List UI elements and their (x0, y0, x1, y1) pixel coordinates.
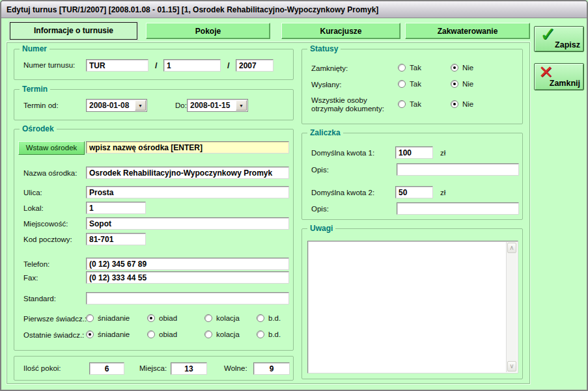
group-zaliczka-legend: Zaliczka (307, 128, 343, 137)
scroll-up-icon[interactable]: ∧ (507, 243, 516, 253)
tab-informacje-o-turnusie[interactable]: Informacje o turnusie (10, 22, 137, 40)
kwota1-label: Domyślna kwota 1: (311, 149, 374, 157)
numer-prefix-input[interactable] (86, 59, 148, 72)
miejscowosc-label: Miejscowość: (23, 220, 68, 228)
uwagi-scrollbar[interactable]: ∧ ∨ (506, 242, 517, 372)
radio-icon[interactable] (147, 330, 155, 338)
kwota2-label: Domyślna kwota 2: (311, 189, 374, 196)
group-statusy-legend: Statusy (307, 44, 341, 53)
opis2-input[interactable] (397, 202, 519, 215)
radio-icon[interactable] (451, 64, 458, 72)
radio-icon[interactable] (86, 330, 94, 338)
check-icon: ✓ (540, 23, 556, 46)
radio-label: śniadanie (98, 330, 130, 338)
termin-do-dropdown[interactable]: 2008-01-15 ▼ (187, 99, 248, 112)
standard-label: Standard: (23, 295, 56, 303)
radio-icon[interactable] (257, 330, 264, 338)
radio-label: obiad (159, 330, 177, 338)
radio-label: kolacja (216, 314, 240, 322)
radio-icon[interactable] (451, 100, 458, 108)
numer-number-input[interactable] (163, 59, 221, 72)
radio-label: b.d. (268, 314, 281, 322)
uwagi-textarea[interactable]: ∧ ∨ (307, 241, 518, 373)
radio-icon[interactable] (257, 314, 264, 322)
radio-label: obiad (159, 314, 177, 322)
radio-icon[interactable] (398, 100, 406, 108)
radio-icon[interactable] (398, 80, 406, 88)
ulica-label: Ulica: (23, 189, 42, 196)
tab-label: Pokoje (195, 27, 221, 36)
numer-separator-1: / (155, 61, 158, 70)
radio-icon[interactable] (204, 330, 212, 338)
wstaw-osrodek-button[interactable]: Wstaw ośrodek (18, 141, 85, 155)
tab-kuracjusze[interactable]: Kuracjusze (281, 23, 400, 39)
kod-pocztowy-input[interactable] (86, 233, 146, 245)
close-button[interactable]: ✕ Zamknij (534, 63, 584, 90)
window-titlebar[interactable]: Edytuj turnus [TUR/1/2007] [2008.01.08 -… (1, 1, 587, 18)
opis1-input[interactable] (397, 163, 519, 176)
radio-icon[interactable] (204, 314, 212, 322)
nazwa-osrodka-label: Nazwa ośrodka: (23, 169, 77, 177)
tab-zakwaterowanie[interactable]: Zakwaterowanie (405, 23, 530, 39)
radio-icon[interactable] (451, 80, 458, 88)
kwota2-input[interactable] (395, 186, 433, 198)
group-numer-legend: Numer (20, 44, 49, 53)
termin-od-label: Termin od: (23, 101, 59, 109)
radio-label: Tak (410, 100, 421, 108)
numer-separator-2: / (227, 61, 230, 70)
wszystkie-osoby-label: Wszystkie osoby otrzymały dokumenty: (311, 96, 393, 113)
save-button-label: Zapisz (555, 40, 580, 49)
telefon-input[interactable] (86, 258, 289, 270)
kwota2-currency: zł (440, 189, 445, 196)
save-button[interactable]: ✓ Zapisz (534, 26, 584, 52)
radio-label: kolacja (216, 330, 240, 338)
window-title: Edytuj turnus [TUR/1/2007] [2008.01.08 -… (7, 5, 378, 14)
group-zaliczka: Zaliczka Domyślna kwota 1: zł Opis: Domy… (301, 133, 523, 220)
group-termin: Termin Termin od: 2008-01-08 ▼ Do: 2008-… (14, 89, 294, 120)
radio-icon[interactable] (147, 314, 155, 322)
group-osrodek-legend: Ośrodek (20, 124, 57, 133)
group-capacity: Ilość pokoi: Miejsca: Wolne: (14, 356, 294, 381)
scroll-down-icon[interactable]: ∨ (507, 361, 516, 371)
group-termin-legend: Termin (20, 85, 50, 94)
kwota1-input[interactable] (395, 146, 433, 159)
miejsca-label: Miejsca: (139, 364, 167, 372)
opis1-label: Opis: (311, 166, 329, 174)
tab-label: Zakwaterowanie (438, 27, 498, 36)
radio-label: Tak (410, 80, 421, 88)
group-uwagi-legend: Uwagi (307, 224, 335, 233)
termin-od-dropdown[interactable]: 2008-01-08 ▼ (86, 99, 147, 112)
ilosc-pokoi-input[interactable] (89, 362, 124, 375)
group-numer: Numer Numer turnusu: / / (14, 49, 294, 80)
fax-label: Fax: (23, 274, 38, 282)
group-statusy: Statusy Zamknięty: Tak Nie Wysłany: Tak … (301, 49, 523, 124)
lokal-label: Lokal: (23, 204, 44, 212)
radio-label: Nie (462, 64, 473, 72)
lokal-input[interactable] (86, 202, 146, 214)
radio-icon[interactable] (86, 314, 94, 322)
termin-do-value: 2008-01-15 (190, 101, 230, 110)
group-osrodek: Ośrodek Wstaw ośrodek Nazwa ośrodka: Uli… (14, 129, 294, 351)
tab-label: Informacje o turnusie (34, 26, 113, 35)
radio-icon[interactable] (398, 64, 406, 72)
miejsca-input[interactable] (171, 362, 207, 375)
chevron-down-icon[interactable]: ▼ (236, 100, 247, 111)
wolne-label: Wolne: (224, 364, 247, 372)
termin-do-label: Do: (175, 101, 187, 109)
miejscowosc-input[interactable] (86, 217, 289, 230)
radio-label: Nie (462, 80, 473, 88)
tab-pokoje[interactable]: Pokoje (146, 23, 270, 39)
telefon-label: Telefon: (23, 260, 49, 268)
ostatnie-swiadcz-label: Ostatnie świadcz.: (23, 331, 84, 339)
nazwa-osrodka-input[interactable] (86, 167, 289, 179)
wolne-input[interactable] (253, 362, 290, 375)
osrodek-search-input[interactable] (86, 141, 289, 154)
close-button-label: Zamknij (550, 79, 580, 88)
standard-input[interactable] (86, 292, 289, 304)
ulica-input[interactable] (86, 186, 289, 198)
numer-year-input[interactable] (236, 59, 273, 72)
fax-input[interactable] (86, 271, 289, 284)
pierwsze-swiadcz-label: Pierwsze świadcz.: (23, 315, 87, 323)
radio-label: śniadanie (98, 314, 130, 322)
chevron-down-icon[interactable]: ▼ (135, 100, 146, 111)
